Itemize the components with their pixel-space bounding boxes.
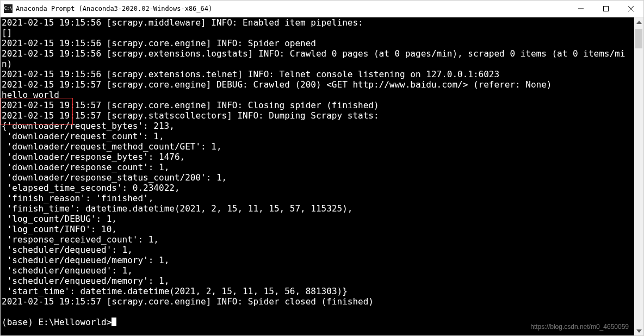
terminal-line: 'downloader/request_method_count/GET': 1…: [2, 141, 633, 152]
client-area: 2021-02-15 19:15:56 [scrapy.middleware] …: [1, 17, 643, 335]
terminal-line: 'downloader/request_count': 1,: [2, 131, 633, 141]
terminal-line: 'response_received_count': 1,: [2, 234, 633, 245]
scroll-up-button[interactable]: [634, 17, 643, 27]
terminal-line: 2021-02-15 19:15:57 [scrapy.core.engine]…: [2, 79, 633, 90]
close-button[interactable]: [618, 1, 643, 17]
watermark: https://blog.csdn.net/m0_4650059: [530, 322, 629, 332]
terminal-line: 'log_count/DEBUG': 1,: [2, 214, 633, 224]
terminal-line: 2021-02-15 19:15:56 [scrapy.core.engine]…: [2, 38, 633, 48]
svg-marker-5: [636, 329, 642, 333]
terminal-line: 2021-02-15 19:15:56 [scrapy.extensions.t…: [2, 69, 633, 79]
terminal-line: 'log_count/INFO': 10,: [2, 224, 633, 234]
terminal-line: hello world: [2, 90, 633, 100]
terminal-line: [2, 307, 633, 317]
terminal-output[interactable]: 2021-02-15 19:15:56 [scrapy.middleware] …: [1, 17, 634, 335]
window-title: Anaconda Prompt (Anaconda3-2020.02-Windo…: [16, 5, 568, 13]
terminal-line: 'scheduler/dequeued': 1,: [2, 245, 633, 255]
terminal-line: 'finish_reason': 'finished',: [2, 193, 633, 203]
terminal-line: {'downloader/request_bytes': 213,: [2, 121, 633, 131]
terminal-line: 2021-02-15 19:15:57 [scrapy.core.engine]…: [2, 100, 633, 110]
scroll-down-button[interactable]: [634, 326, 643, 335]
app-icon: C:\: [4, 4, 13, 13]
cursor: [112, 318, 116, 326]
vertical-scrollbar[interactable]: [634, 17, 643, 335]
terminal-line: []: [2, 28, 633, 38]
terminal-line: 2021-02-15 19:15:56 [scrapy.middleware] …: [2, 17, 633, 28]
terminal-line: 'scheduler/enqueued': 1,: [2, 265, 633, 276]
terminal-line: 'downloader/response_count': 1,: [2, 162, 633, 172]
terminal-line: 'downloader/response_status_count/200': …: [2, 172, 633, 183]
minimize-button[interactable]: [568, 1, 593, 17]
maximize-button[interactable]: [593, 1, 618, 17]
scrollbar-thumb[interactable]: [635, 29, 642, 48]
svg-rect-1: [604, 7, 609, 11]
app-window: C:\ Anaconda Prompt (Anaconda3-2020.02-W…: [0, 0, 644, 336]
maximize-icon: [603, 6, 609, 11]
terminal-line: 2021-02-15 19:15:56 [scrapy.extensions.l…: [2, 48, 633, 69]
terminal-line: 'scheduler/enqueued/memory': 1,: [2, 276, 633, 286]
terminal-line: 'start_time': datetime.datetime(2021, 2,…: [2, 286, 633, 296]
chevron-up-icon: [636, 21, 642, 24]
titlebar[interactable]: C:\ Anaconda Prompt (Anaconda3-2020.02-W…: [1, 1, 643, 17]
terminal-line: 'elapsed_time_seconds': 0.234022,: [2, 183, 633, 193]
terminal-line: 'scheduler/dequeued/memory': 1,: [2, 255, 633, 265]
terminal-line: 'finish_time': datetime.datetime(2021, 2…: [2, 203, 633, 214]
minimize-icon: [578, 6, 584, 11]
close-icon: [628, 6, 634, 11]
terminal-line: 2021-02-15 19:15:57 [scrapy.core.engine]…: [2, 296, 633, 307]
scrollbar-track[interactable]: [634, 27, 643, 326]
terminal-line: 2021-02-15 19:15:57 [scrapy.statscollect…: [2, 110, 633, 121]
chevron-down-icon: [636, 329, 642, 333]
svg-marker-4: [636, 21, 642, 24]
terminal-line: 'downloader/response_bytes': 1476,: [2, 152, 633, 162]
window-buttons: [568, 1, 643, 17]
